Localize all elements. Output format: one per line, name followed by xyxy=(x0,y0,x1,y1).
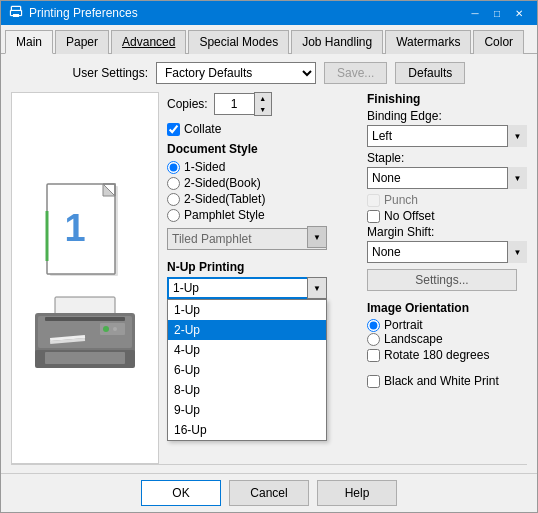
title-bar-left: Printing Preferences xyxy=(9,5,138,22)
close-button[interactable]: ✕ xyxy=(509,5,529,21)
punch-label: Punch xyxy=(384,193,418,207)
radio-landscape[interactable] xyxy=(367,333,380,346)
punch-checkbox xyxy=(367,194,380,207)
copies-row: Copies: 1 ▲ ▼ xyxy=(167,92,359,116)
black-white-row: Black and White Print xyxy=(367,374,527,388)
svg-rect-10 xyxy=(55,297,115,315)
black-white-checkbox[interactable] xyxy=(367,375,380,388)
content-area: User Settings: Factory Defaults Save... … xyxy=(1,54,537,473)
radio-portrait-row: Portrait xyxy=(367,318,527,332)
radio-two-sided-tablet-input[interactable] xyxy=(167,193,180,206)
tab-color[interactable]: Color xyxy=(473,30,524,54)
paper-preview-svg: 1 xyxy=(40,181,130,291)
punch-row: Punch xyxy=(367,193,527,207)
rotate180-row: Rotate 180 degrees xyxy=(367,348,527,362)
tab-paper[interactable]: Paper xyxy=(55,30,109,54)
nup-dropdown-list: 1-Up 2-Up 4-Up 6-Up 8-Up 9-Up 16-Up xyxy=(167,299,327,441)
binding-edge-wrapper: Left Right Top ▼ xyxy=(367,125,527,147)
save-button[interactable]: Save... xyxy=(324,62,387,84)
pamphlet-select[interactable]: Tiled Pamphlet xyxy=(167,228,327,250)
user-settings-label: User Settings: xyxy=(73,66,148,80)
no-offset-row: No Offset xyxy=(367,209,527,223)
copies-label: Copies: xyxy=(167,97,208,111)
nup-option-4up[interactable]: 4-Up xyxy=(168,340,326,360)
portrait-label: Portrait xyxy=(384,318,423,332)
collate-row: Collate xyxy=(167,122,359,136)
svg-rect-4 xyxy=(13,14,19,17)
collate-label: Collate xyxy=(184,122,221,136)
collate-checkbox[interactable] xyxy=(167,123,180,136)
minimize-button[interactable]: ─ xyxy=(465,5,485,21)
radio-one-sided-label: 1-Sided xyxy=(184,160,225,174)
nup-section: N-Up Printing 1-Up ▼ 1-Up 2-Up 4-Up 6-Up xyxy=(167,260,359,299)
bottom-bar: OK Cancel Help xyxy=(1,473,537,512)
nup-option-8up[interactable]: 8-Up xyxy=(168,380,326,400)
binding-edge-select[interactable]: Left Right Top xyxy=(367,125,517,147)
spinner-buttons: ▲ ▼ xyxy=(254,92,272,116)
defaults-button[interactable]: Defaults xyxy=(395,62,465,84)
finishing-title: Finishing xyxy=(367,92,527,106)
tab-watermarks[interactable]: Watermarks xyxy=(385,30,471,54)
staple-label: Staple: xyxy=(367,151,527,165)
binding-edge-label: Binding Edge: xyxy=(367,109,527,123)
cancel-button[interactable]: Cancel xyxy=(229,480,309,506)
no-offset-label: No Offset xyxy=(384,209,434,223)
right-panel: Finishing Binding Edge: Left Right Top ▼… xyxy=(367,92,527,464)
tab-main[interactable]: Main xyxy=(5,30,53,54)
svg-point-15 xyxy=(103,326,109,332)
no-offset-checkbox[interactable] xyxy=(367,210,380,223)
radio-one-sided-input[interactable] xyxy=(167,161,180,174)
nup-option-6up[interactable]: 6-Up xyxy=(168,360,326,380)
svg-point-16 xyxy=(113,327,117,331)
middle-panel: Copies: 1 ▲ ▼ Collate Doc xyxy=(167,92,359,464)
nup-value-text: 1-Up xyxy=(173,281,199,295)
copies-decrement[interactable]: ▼ xyxy=(255,104,271,115)
nup-option-2up[interactable]: 2-Up xyxy=(168,320,326,340)
copies-increment[interactable]: ▲ xyxy=(255,93,271,104)
printer-icon xyxy=(9,5,23,22)
orientation-title: Image Orientation xyxy=(367,301,527,315)
radio-two-sided-book-label: 2-Sided(Book) xyxy=(184,176,261,190)
copies-input[interactable]: 1 xyxy=(214,93,254,115)
radio-two-sided-book: 2-Sided(Book) xyxy=(167,176,359,190)
radio-two-sided-tablet-label: 2-Sided(Tablet) xyxy=(184,192,265,206)
main-panel: 1 xyxy=(11,92,527,464)
tab-advanced[interactable]: Advanced xyxy=(111,30,186,54)
title-bar-controls: ─ □ ✕ xyxy=(465,5,529,21)
rotate180-label: Rotate 180 degrees xyxy=(384,348,489,362)
nup-option-9up[interactable]: 9-Up xyxy=(168,400,326,420)
svg-text:1: 1 xyxy=(64,207,85,249)
nup-option-1up[interactable]: 1-Up xyxy=(168,300,326,320)
document-style-title: Document Style xyxy=(167,142,359,156)
printing-preferences-window: Printing Preferences ─ □ ✕ Main Paper Ad… xyxy=(0,0,538,513)
staple-select[interactable]: None 1 Staple 2 Staples xyxy=(367,167,517,189)
user-settings-select[interactable]: Factory Defaults xyxy=(156,62,316,84)
nup-option-16up[interactable]: 16-Up xyxy=(168,420,326,440)
radio-pamphlet-input[interactable] xyxy=(167,209,180,222)
tabs-bar: Main Paper Advanced Special Modes Job Ha… xyxy=(1,25,537,54)
maximize-button[interactable]: □ xyxy=(487,5,507,21)
radio-landscape-row: Landscape xyxy=(367,332,527,346)
nup-current-value[interactable]: 1-Up xyxy=(167,277,327,299)
radio-two-sided-book-input[interactable] xyxy=(167,177,180,190)
preview-panel: 1 xyxy=(11,92,159,464)
radio-one-sided: 1-Sided xyxy=(167,160,359,174)
document-style-group: Document Style 1-Sided 2-Sided(Book) 2-S… xyxy=(167,142,359,250)
pamphlet-select-wrapper: Tiled Pamphlet ▼ xyxy=(167,226,327,250)
nup-select-wrapper: 1-Up ▼ 1-Up 2-Up 4-Up 6-Up 8-Up 9-Up 16-… xyxy=(167,277,327,299)
radio-pamphlet: Pamphlet Style xyxy=(167,208,359,222)
tab-job-handling[interactable]: Job Handling xyxy=(291,30,383,54)
svg-rect-18 xyxy=(45,352,125,364)
tab-special-modes[interactable]: Special Modes xyxy=(188,30,289,54)
radio-portrait[interactable] xyxy=(367,319,380,332)
nup-label: N-Up Printing xyxy=(167,260,359,274)
help-button[interactable]: Help xyxy=(317,480,397,506)
finishing-section: Finishing Binding Edge: Left Right Top ▼… xyxy=(367,92,527,291)
margin-shift-label: Margin Shift: xyxy=(367,225,527,239)
settings-button[interactable]: Settings... xyxy=(367,269,517,291)
ok-button[interactable]: OK xyxy=(141,480,221,506)
margin-shift-select[interactable]: None xyxy=(367,241,517,263)
orientation-section: Image Orientation Portrait Landscape Rot… xyxy=(367,301,527,364)
landscape-label: Landscape xyxy=(384,332,443,346)
rotate180-checkbox[interactable] xyxy=(367,349,380,362)
